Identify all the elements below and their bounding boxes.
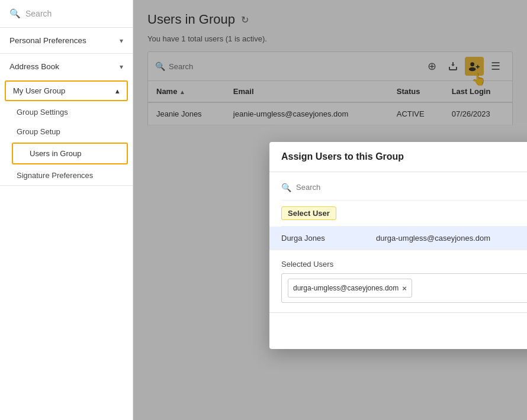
main-content: Users in Group ↻ You have 1 total users …	[133, 0, 527, 420]
modal-footer: Cancel Assign	[269, 312, 527, 349]
sidebar-item-group-setup[interactable]: Group Setup	[0, 122, 133, 141]
modal-search-input[interactable]	[296, 183, 396, 192]
sidebar-item-signature-preferences[interactable]: Signature Preferences	[0, 166, 133, 185]
sidebar: 🔍 Search Personal Preferences ▾ Address …	[0, 0, 133, 420]
address-book-label: Address Book	[9, 62, 59, 71]
sidebar-search[interactable]: 🔍 Search	[0, 0, 133, 28]
modal-search-bar: 🔍 ☰	[281, 182, 527, 201]
selected-user-email: durga-umgless@caseyjones.dom	[293, 284, 399, 292]
select-user-row: Select User	[281, 201, 527, 227]
sidebar-item-personal-preferences[interactable]: Personal Preferences ▾	[0, 28, 133, 53]
modal-user-list-item[interactable]: Durga Jones durga-umgless@caseyjones.dom…	[269, 227, 527, 250]
chevron-down-icon: ▾	[120, 63, 123, 71]
modal-header: Assign Users to this Group ×	[269, 142, 527, 172]
sidebar-item-users-in-group[interactable]: Users in Group	[12, 143, 128, 164]
modal-body: 🔍 ☰ Select User Durga Jones durga-umgles…	[269, 172, 527, 312]
sidebar-item-address-book[interactable]: Address Book ▾	[0, 54, 133, 79]
modal-user-name: Durga Jones	[281, 234, 376, 243]
tag-remove-button[interactable]: ×	[402, 284, 407, 293]
sidebar-item-group-settings[interactable]: Group Settings	[0, 102, 133, 122]
modal-search-left: 🔍	[281, 183, 396, 192]
search-icon: 🔍	[281, 183, 291, 192]
sidebar-item-my-user-group[interactable]: My User Group ▴	[5, 80, 128, 101]
app-container: 🔍 Search Personal Preferences ▾ Address …	[0, 0, 527, 420]
sidebar-search-placeholder: Search	[25, 9, 52, 18]
selected-user-tag: durga-umgless@caseyjones.dom ×	[288, 279, 412, 298]
modal-user-email: durga-umgless@caseyjones.dom	[376, 234, 527, 243]
chevron-down-icon: ▾	[120, 37, 123, 45]
select-user-badge[interactable]: Select User	[281, 206, 336, 220]
search-icon: 🔍	[9, 8, 21, 19]
selected-users-label: Selected Users	[281, 260, 527, 269]
personal-preferences-label: Personal Preferences	[9, 36, 86, 45]
my-user-group-label: My User Group	[13, 86, 65, 95]
sidebar-section-address-book: Address Book ▾ My User Group ▴ Group Set…	[0, 54, 133, 186]
selected-users-box: durga-umgless@caseyjones.dom ×	[281, 273, 527, 303]
modal-title: Assign Users to this Group	[281, 151, 404, 162]
sidebar-section-personal: Personal Preferences ▾	[0, 28, 133, 54]
assign-users-modal: Assign Users to this Group × 🔍 ☰ Select …	[269, 142, 527, 349]
chevron-up-icon: ▴	[115, 86, 120, 95]
